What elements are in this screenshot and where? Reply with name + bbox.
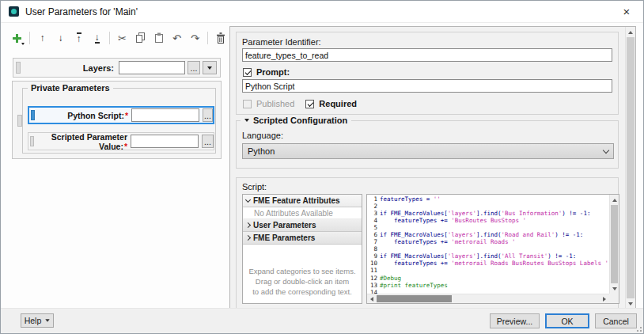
collapse-arrow-icon: [244, 119, 249, 122]
copy-icon: [135, 32, 146, 44]
scrollbar-thumb[interactable]: [611, 205, 618, 283]
python-script-row[interactable]: Python Script:* ...: [28, 106, 214, 124]
delete-button[interactable]: [214, 31, 227, 45]
published-checkbox: [243, 100, 252, 108]
editor-horizontal-scrollbar[interactable]: [367, 294, 609, 303]
section-title: FME Feature Attributes: [253, 196, 340, 205]
toolbar: ↑ ↓ ↑ ↓ ✂ ↶ ↷: [10, 30, 227, 46]
scissors-icon: ✂: [118, 32, 127, 44]
required-checkbox[interactable]: [305, 100, 314, 108]
code-line: 2: [367, 203, 609, 210]
layers-label: Layers:: [21, 63, 119, 73]
ok-button[interactable]: OK: [545, 313, 589, 328]
section-title: FME Parameters: [253, 233, 315, 242]
scrollbar-corner: [609, 294, 619, 303]
dropdown-arrow-icon: [207, 66, 212, 70]
code-line: 13#print featureTypes: [367, 282, 609, 289]
clipboard-icon: [153, 32, 165, 44]
toolbar-separator: [29, 32, 30, 44]
footer-bar: Help Preview... OK Cancel: [1, 308, 643, 333]
scripted-configuration-header[interactable]: Scripted Configuration: [241, 116, 351, 125]
prompt-input[interactable]: [242, 79, 612, 93]
toolbar-separator: [207, 32, 208, 44]
private-parameters-fieldset: Private Parameters Python Script:* ... S…: [22, 88, 216, 154]
scroll-right-icon: [603, 297, 606, 302]
script-label: Script:: [242, 182, 267, 192]
chevron-collapsed-icon: [245, 222, 251, 228]
code-line: 4 featureTypes += 'BusRoutes BusStops ': [367, 217, 609, 224]
script-editor[interactable]: 1featureTypes = ''23if FME_MacroValues['…: [366, 194, 619, 304]
attributes-panel: FME Feature Attributes No Attributes Ava…: [242, 194, 362, 304]
undo-button[interactable]: ↶: [170, 31, 184, 45]
chevron-collapsed-icon: [245, 235, 251, 241]
arrow-down-icon: ↓: [59, 33, 63, 43]
move-to-top-button[interactable]: ↑: [72, 31, 85, 45]
script-box: Script: FME Feature Attributes No Attrib…: [236, 177, 619, 309]
resize-grip[interactable]: [635, 325, 642, 332]
published-label: Published: [256, 99, 294, 108]
required-label: Required: [319, 99, 357, 108]
add-parameter-button[interactable]: [10, 31, 24, 45]
cancel-button[interactable]: Cancel: [595, 313, 637, 328]
scrollbar-thumb[interactable]: [627, 37, 635, 298]
layers-dropdown-button[interactable]: [203, 61, 217, 74]
chevron-expanded-icon: [245, 197, 251, 203]
redo-button[interactable]: ↷: [188, 31, 202, 45]
scripted-parameter-value-label: Scripted Parameter Value:: [51, 132, 127, 151]
panel-scrollbar[interactable]: [625, 27, 635, 309]
move-down-button[interactable]: ↓: [54, 31, 67, 45]
trash-icon: [215, 32, 226, 44]
scripted-configuration-title: Scripted Configuration: [253, 116, 347, 125]
close-icon[interactable]: ×: [615, 3, 638, 20]
user-parameters-header[interactable]: User Parameters: [243, 219, 362, 232]
paste-button[interactable]: [152, 31, 165, 45]
code-line: 9if FME_MacroValues['layers'].find('All …: [367, 252, 609, 260]
layers-browse-button[interactable]: ...: [188, 61, 200, 74]
dropdown-arrow-icon: [46, 319, 50, 322]
code-line: 1featureTypes = '': [367, 195, 609, 203]
parameter-identifier-label: Parameter Identifier:: [242, 37, 321, 47]
undo-arrow-icon: ↶: [172, 32, 181, 44]
code-area[interactable]: 1featureTypes = ''23if FME_MacroValues['…: [367, 195, 609, 294]
scripted-parameter-value-row[interactable]: Scripted Parameter Value:* ...: [28, 132, 214, 150]
layers-input[interactable]: [119, 61, 185, 74]
help-button[interactable]: Help: [21, 313, 54, 328]
prompt-checkbox[interactable]: [243, 68, 252, 77]
copy-button[interactable]: [134, 31, 147, 45]
code-line: 3if FME_MacroValues['layers'].find('Bus …: [367, 210, 609, 217]
fme-feature-attributes-header[interactable]: FME Feature Attributes: [243, 195, 362, 207]
layers-row: Layers: ...: [13, 58, 221, 78]
group-title: Private Parameters: [28, 83, 113, 93]
editor-vertical-scrollbar[interactable]: [609, 195, 619, 294]
scrollbar-thumb[interactable]: [377, 295, 452, 302]
section-title: User Parameters: [253, 221, 316, 230]
parameter-identifier-input[interactable]: [242, 48, 612, 62]
python-script-input[interactable]: [131, 108, 199, 122]
language-value: Python: [248, 146, 275, 156]
scroll-up-icon: [612, 199, 617, 202]
scripted-configuration-box: Scripted Configuration Language: Python: [236, 120, 619, 169]
scroll-down-icon: [612, 287, 617, 290]
scripted-parameter-value-input[interactable]: [131, 135, 199, 148]
language-select[interactable]: Python: [242, 143, 614, 159]
window-title: User Parameters for 'Main': [25, 6, 138, 17]
plus-icon: [12, 33, 22, 44]
chevron-down-icon: [603, 146, 609, 153]
cut-button[interactable]: ✂: [116, 31, 129, 45]
code-line: 8: [367, 245, 609, 252]
move-up-button[interactable]: ↑: [36, 31, 49, 45]
prompt-label: Prompt:: [256, 67, 290, 77]
scroll-left-icon: [370, 297, 373, 302]
app-icon: [9, 6, 19, 17]
arrow-to-bottom-icon: ↓: [95, 32, 100, 44]
fme-parameters-header[interactable]: FME Parameters: [243, 232, 362, 245]
scripted-parameter-value-browse-button[interactable]: ...: [202, 135, 214, 148]
redo-arrow-icon: ↷: [191, 32, 199, 44]
move-to-bottom-button[interactable]: ↓: [90, 31, 104, 45]
attributes-hint: Expand categories to see items. Drag or …: [243, 266, 362, 297]
python-script-browse-button[interactable]: ...: [203, 108, 213, 122]
title-bar: User Parameters for 'Main' ×: [1, 1, 643, 23]
required-asterisk: *: [125, 111, 128, 120]
preview-button[interactable]: Preview...: [490, 313, 540, 328]
code-line: 12#Debug: [367, 275, 609, 282]
